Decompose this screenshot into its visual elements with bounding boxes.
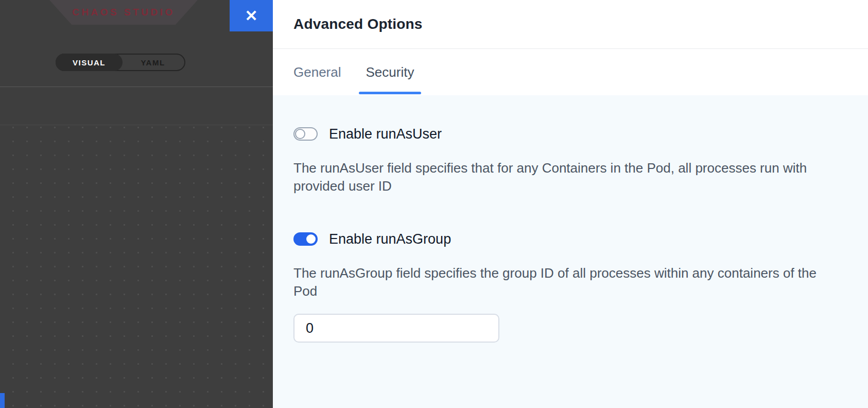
editor-canvas[interactable] bbox=[0, 125, 273, 408]
brand-banner: CHAOS STUDIO bbox=[49, 0, 198, 25]
editor-panel: CHAOS STUDIO VISUAL YAML bbox=[0, 0, 273, 408]
run-as-group-label: Enable runAsGroup bbox=[329, 231, 451, 247]
canvas-corner-accent bbox=[0, 393, 5, 408]
drawer-content: Enable runAsUser The runAsUser field spe… bbox=[273, 95, 868, 408]
view-mode-toggle[interactable]: VISUAL YAML bbox=[56, 54, 185, 71]
tab-security[interactable]: Security bbox=[359, 49, 422, 95]
run-as-user-label: Enable runAsUser bbox=[329, 126, 442, 142]
group-id-input[interactable] bbox=[293, 314, 499, 343]
group-id-field-wrap bbox=[293, 314, 847, 343]
drawer-title: Advanced Options bbox=[293, 16, 423, 32]
drawer-tabs: General Security bbox=[273, 49, 868, 95]
run-as-group-row: Enable runAsGroup bbox=[293, 231, 847, 247]
run-as-group-description: The runAsGroup field specifies the group… bbox=[293, 264, 819, 300]
drawer-close-button[interactable]: ✕ bbox=[230, 0, 273, 31]
visual-mode-button[interactable]: VISUAL bbox=[56, 54, 123, 71]
run-as-user-toggle[interactable] bbox=[293, 127, 318, 141]
toggle-knob bbox=[295, 129, 305, 139]
close-icon: ✕ bbox=[245, 7, 257, 25]
toggle-knob bbox=[306, 234, 316, 244]
tab-general[interactable]: General bbox=[286, 49, 349, 95]
advanced-options-drawer: Advanced Options General Security Enable… bbox=[273, 0, 868, 408]
drawer-header: Advanced Options bbox=[273, 0, 868, 49]
yaml-mode-button[interactable]: YAML bbox=[121, 55, 184, 70]
run-as-group-toggle[interactable] bbox=[293, 232, 318, 246]
brand-title: CHAOS STUDIO bbox=[72, 7, 175, 18]
run-as-user-description: The runAsUser field specifies that for a… bbox=[293, 159, 819, 195]
run-as-user-row: Enable runAsUser bbox=[293, 126, 847, 142]
